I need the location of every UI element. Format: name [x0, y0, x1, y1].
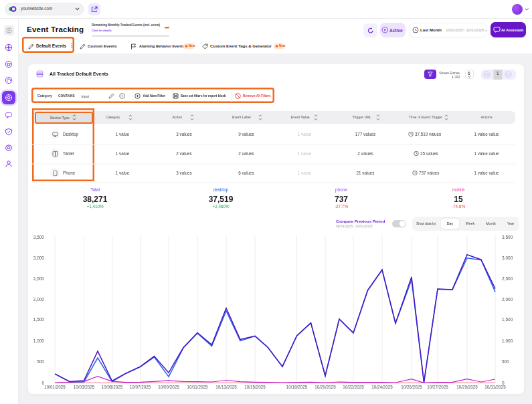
svg-text:1,000: 1,000 [33, 338, 45, 343]
svg-text:10/11/2025: 10/11/2025 [187, 385, 208, 389]
svg-text:1,500: 1,500 [502, 317, 513, 322]
svg-text:2,500: 2,500 [33, 276, 45, 281]
svg-text:10/09/2025: 10/09/2025 [158, 385, 179, 389]
svg-text:2,000: 2,000 [33, 297, 45, 302]
svg-text:2,500: 2,500 [502, 276, 513, 281]
svg-text:10/26/2025: 10/26/2025 [401, 385, 422, 389]
svg-text:1,000: 1,000 [502, 338, 513, 343]
svg-text:10/07/2025: 10/07/2025 [130, 385, 151, 389]
svg-text:10/27/2025: 10/27/2025 [427, 385, 448, 389]
svg-text:10/15/2025: 10/15/2025 [244, 385, 266, 389]
svg-text:10/29/2025: 10/29/2025 [456, 385, 478, 389]
svg-text:10/18/2025: 10/18/2025 [286, 385, 308, 389]
svg-text:10/03/2025: 10/03/2025 [74, 385, 95, 389]
svg-text:3,500: 3,500 [502, 235, 513, 239]
svg-text:3,000: 3,000 [33, 256, 45, 260]
svg-text:10/20/2025: 10/20/2025 [315, 385, 336, 389]
svg-text:10/01/2025: 10/01/2025 [44, 385, 66, 389]
svg-text:1,500: 1,500 [33, 317, 45, 322]
svg-text:10/24/2025: 10/24/2025 [371, 385, 393, 389]
svg-text:3,500: 3,500 [33, 235, 45, 239]
svg-text:10/05/2025: 10/05/2025 [102, 385, 123, 389]
svg-text:500: 500 [502, 359, 509, 364]
svg-text:2,000: 2,000 [502, 297, 513, 302]
svg-text:500: 500 [37, 359, 44, 364]
svg-text:10/31/2025: 10/31/2025 [484, 385, 506, 389]
svg-text:10/22/2025: 10/22/2025 [343, 385, 364, 389]
svg-text:10/13/2025: 10/13/2025 [215, 385, 237, 389]
svg-text:3,000: 3,000 [502, 256, 513, 260]
